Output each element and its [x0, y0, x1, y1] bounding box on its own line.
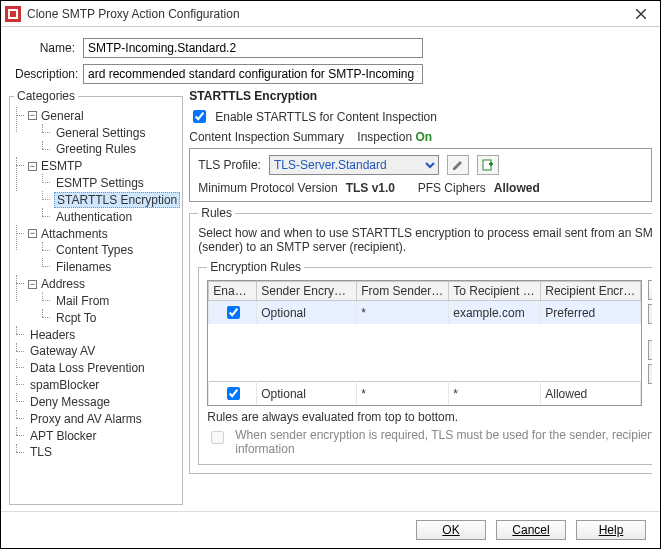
- name-label: Name:: [15, 41, 75, 55]
- tree-node-apt-blocker[interactable]: APT Blocker: [28, 429, 98, 443]
- encryption-rules-legend: Encryption Rules: [207, 260, 304, 274]
- tree-node-spamblocker[interactable]: spamBlocker: [28, 378, 101, 392]
- close-button[interactable]: [626, 3, 656, 25]
- tree-node-attachments[interactable]: Attachments: [39, 227, 110, 241]
- table-row[interactable]: Optional * example.com Preferred: [209, 301, 641, 324]
- dialog-window: Clone SMTP Proxy Action Configuration Na…: [0, 0, 661, 549]
- name-input[interactable]: [83, 38, 423, 58]
- cell-sender-encryption: Optional: [257, 301, 357, 324]
- up-button[interactable]: Up: [648, 340, 652, 360]
- tree-node-esmtp[interactable]: ESMTP: [39, 159, 84, 173]
- content-inspection-summary-label: Content Inspection Summary: [189, 130, 344, 144]
- dialog-footer: OK Cancel Help: [1, 511, 660, 548]
- rules-fieldset: Rules Select how and when to use STARTTL…: [189, 206, 652, 474]
- tree-node-starttls-encryption[interactable]: STARTTLS Encryption: [54, 192, 180, 208]
- titlebar: Clone SMTP Proxy Action Configuration: [1, 1, 660, 27]
- default-row[interactable]: Optional * * Allowed: [209, 382, 641, 406]
- expander-icon[interactable]: −: [28, 111, 37, 120]
- default-row-enabled-checkbox[interactable]: [227, 387, 240, 400]
- tree-node-address[interactable]: Address: [39, 277, 87, 291]
- encryption-rules-table[interactable]: Enabled Sender Encryption From Sender Do…: [207, 280, 642, 406]
- cell-recipient-encryption: Preferred: [541, 301, 641, 324]
- categories-legend: Categories: [14, 89, 78, 103]
- col-sender-encryption[interactable]: Sender Encryption: [257, 282, 357, 301]
- app-icon: [5, 6, 21, 22]
- pencil-icon: [452, 159, 464, 171]
- expander-icon[interactable]: −: [28, 229, 37, 238]
- min-protocol-value: TLS v1.0: [346, 181, 395, 195]
- categories-tree[interactable]: −General General Settings Greeting Rules…: [14, 107, 180, 502]
- default-to-recipient-domain: *: [449, 382, 541, 406]
- tree-node-authentication[interactable]: Authentication: [54, 210, 134, 224]
- tls-profile-label: TLS Profile:: [198, 158, 261, 172]
- evaluation-note: Rules are always evaluated from top to b…: [207, 410, 652, 424]
- page-plus-icon: [482, 159, 494, 171]
- col-to-recipient-domain[interactable]: To Recipient Do...: [449, 282, 541, 301]
- tree-node-headers[interactable]: Headers: [28, 328, 77, 342]
- enable-starttls-checkbox[interactable]: [193, 110, 206, 123]
- tree-node-proxy-av-alarms[interactable]: Proxy and AV Alarms: [28, 412, 144, 426]
- inspection-label: Inspection: [357, 130, 412, 144]
- tree-node-tls[interactable]: TLS: [28, 445, 54, 459]
- edit-profile-button[interactable]: [447, 155, 469, 175]
- tls-required-note: When sender encryption is required, TLS …: [235, 428, 652, 456]
- add-button[interactable]: Add: [648, 280, 652, 300]
- help-button[interactable]: Help: [576, 520, 646, 540]
- tls-profile-box: TLS Profile: TLS-Server.Standard Minimum…: [189, 148, 652, 202]
- close-icon: [636, 9, 646, 19]
- expander-icon[interactable]: −: [28, 162, 37, 171]
- settings-panel: STARTTLS Encryption Enable STARTTLS for …: [189, 89, 652, 505]
- tree-node-general-settings[interactable]: General Settings: [54, 126, 147, 140]
- default-recipient-encryption: Allowed: [541, 382, 641, 406]
- cell-from-sender-domain: *: [357, 301, 449, 324]
- default-from-sender-domain: *: [357, 382, 449, 406]
- description-input[interactable]: [83, 64, 423, 84]
- col-enabled[interactable]: Enabled: [209, 282, 257, 301]
- svg-rect-2: [10, 11, 16, 17]
- down-button[interactable]: Down: [648, 364, 652, 384]
- expander-icon[interactable]: −: [28, 280, 37, 289]
- rules-legend: Rules: [198, 206, 235, 220]
- cancel-button[interactable]: Cancel: [496, 520, 566, 540]
- enable-starttls-label: Enable STARTTLS for Content Inspection: [215, 110, 437, 124]
- tls-profile-select[interactable]: TLS-Server.Standard: [269, 155, 439, 175]
- tree-node-esmtp-settings[interactable]: ESMTP Settings: [54, 176, 146, 190]
- tree-node-general[interactable]: General: [39, 109, 86, 123]
- col-from-sender-domain[interactable]: From Sender Do...: [357, 282, 449, 301]
- col-recipient-encryption[interactable]: Recipient Encrypt...: [541, 282, 641, 301]
- tree-node-rcpt-to[interactable]: Rcpt To: [54, 311, 98, 325]
- tree-node-greeting-rules[interactable]: Greeting Rules: [54, 142, 138, 156]
- min-protocol-label: Minimum Protocol Version: [198, 181, 337, 195]
- tree-node-gateway-av[interactable]: Gateway AV: [28, 344, 97, 358]
- new-profile-button[interactable]: [477, 155, 499, 175]
- remove-button[interactable]: Remove: [648, 304, 652, 324]
- tree-node-filenames[interactable]: Filenames: [54, 260, 113, 274]
- tree-node-dlp[interactable]: Data Loss Prevention: [28, 361, 147, 375]
- rules-description: Select how and when to use STARTTLS encr…: [198, 226, 652, 254]
- row-enabled-checkbox[interactable]: [227, 306, 240, 319]
- categories-fieldset: Categories −General General Settings Gre…: [9, 89, 183, 505]
- tree-node-content-types[interactable]: Content Types: [54, 243, 135, 257]
- pfs-ciphers-value: Allowed: [494, 181, 540, 195]
- pfs-ciphers-label: PFS Ciphers: [418, 181, 486, 195]
- window-title: Clone SMTP Proxy Action Configuration: [27, 7, 626, 21]
- panel-heading: STARTTLS Encryption: [189, 89, 652, 103]
- ok-button[interactable]: OK: [416, 520, 486, 540]
- encryption-rules-fieldset: Encryption Rules Enabled Sender Encrypti…: [198, 260, 652, 465]
- description-label: Description:: [15, 67, 75, 81]
- inspection-value: On: [415, 130, 432, 144]
- tree-node-mail-from[interactable]: Mail From: [54, 294, 111, 308]
- default-sender-encryption: Optional: [257, 382, 357, 406]
- tls-required-note-checkbox: [211, 431, 224, 444]
- cell-to-recipient-domain: example.com: [449, 301, 541, 324]
- tree-node-deny-message[interactable]: Deny Message: [28, 395, 112, 409]
